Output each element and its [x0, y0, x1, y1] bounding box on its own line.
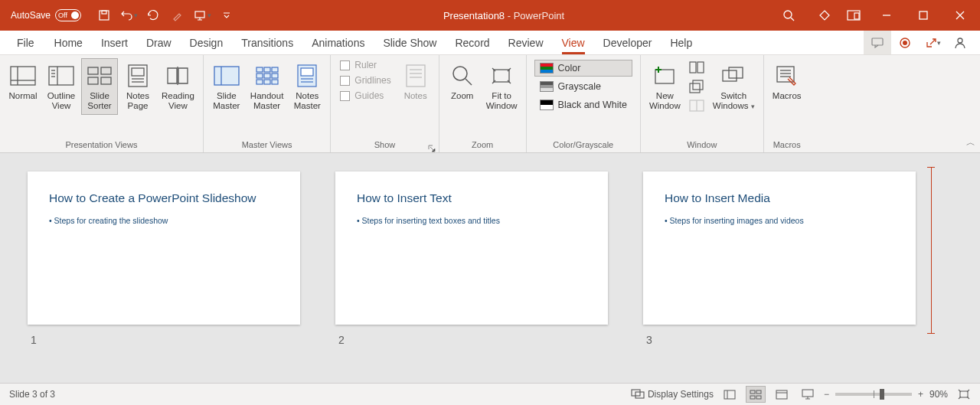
notes-master-button[interactable]: Notes Master	[289, 58, 325, 115]
tab-file[interactable]: File	[6, 31, 45, 54]
account-icon[interactable]	[946, 31, 974, 54]
svg-rect-51	[690, 62, 696, 73]
arrange-all-icon[interactable]	[689, 61, 704, 77]
slide-master-button[interactable]: Slide Master	[208, 58, 245, 115]
handout-master-button[interactable]: Handout Master	[247, 58, 287, 115]
svg-rect-57	[723, 70, 737, 81]
zoom-out-button[interactable]: −	[824, 389, 829, 400]
svg-point-10	[958, 38, 962, 43]
zoom-button[interactable]: Zoom	[444, 58, 481, 105]
record-button[interactable]	[891, 31, 919, 54]
slide-bullet: Steps for creating the slideshow	[49, 216, 279, 225]
slide-bullet: Steps for inserting images and videos	[665, 216, 894, 225]
ruler-label: Ruler	[354, 60, 377, 70]
zoom-slider[interactable]	[835, 393, 912, 396]
slide-thumb-2[interactable]: How to Insert Text Steps for inserting t…	[335, 171, 608, 325]
reading-view-status-icon[interactable]	[772, 386, 792, 403]
fit-to-window-button[interactable]: Fit to Window	[482, 58, 521, 115]
outline-view-button[interactable]: Outline View	[43, 58, 80, 115]
macros-label: Macros	[773, 90, 802, 101]
tab-draw[interactable]: Draw	[137, 31, 181, 54]
ruler-checkbox[interactable]: Ruler	[338, 58, 392, 72]
slideshow-status-icon[interactable]	[798, 386, 818, 403]
svg-point-47	[453, 67, 467, 80]
svg-line-48	[466, 79, 472, 85]
start-from-beginning-icon[interactable]: ▾	[193, 6, 211, 24]
switch-windows-icon	[719, 62, 748, 90]
grayscale-label: Grayscale	[558, 81, 601, 92]
switch-windows-button[interactable]: Switch Windows ▾	[709, 58, 759, 116]
notes-page-label: Notes Page	[126, 90, 149, 111]
slide-thumb-1[interactable]: How to Create a PowerPoint Slideshow Ste…	[28, 171, 300, 325]
zoom-in-button[interactable]: +	[918, 389, 923, 400]
svg-rect-53	[690, 83, 700, 93]
bw-mode-button[interactable]: Black and White	[534, 96, 632, 113]
undo-icon[interactable]: ▾	[119, 6, 138, 24]
macros-icon	[773, 62, 802, 90]
group-macros: Macros Macros	[764, 55, 810, 152]
close-button[interactable]	[943, 4, 977, 27]
display-settings-button[interactable]: Display Settings	[631, 389, 714, 400]
tab-developer[interactable]: Developer	[594, 31, 662, 54]
macros-button[interactable]: Macros	[769, 58, 805, 105]
svg-rect-11	[11, 67, 35, 85]
minimize-button[interactable]	[870, 4, 903, 27]
notes-button: Notes	[397, 58, 434, 105]
tab-view[interactable]: View	[553, 31, 594, 54]
autosave-toggle[interactable]: AutoSave Off	[0, 9, 89, 21]
notes-master-icon	[292, 62, 322, 90]
dialog-launcher-icon[interactable]	[428, 142, 437, 151]
normal-view-status-icon[interactable]	[720, 386, 740, 403]
tab-slideshow[interactable]: Slide Show	[374, 31, 446, 54]
tab-insert[interactable]: Insert	[92, 31, 137, 54]
group-window: New Window Switch Windows ▾ Window	[641, 55, 764, 152]
tab-record[interactable]: Record	[446, 31, 498, 54]
diamond-icon[interactable]	[812, 4, 838, 27]
handout-master-label: Handout Master	[250, 90, 283, 111]
collapse-ribbon-icon[interactable]: ︿	[966, 136, 975, 149]
ribbon-display-icon[interactable]	[841, 4, 867, 27]
svg-rect-74	[960, 391, 968, 397]
zoom-slider-thumb[interactable]	[880, 389, 884, 400]
gridlines-checkbox[interactable]: Gridlines	[338, 73, 392, 87]
grayscale-mode-button[interactable]: Grayscale	[534, 78, 632, 95]
slide-thumb-3[interactable]: How to Insert Media Steps for inserting …	[643, 171, 916, 325]
tab-help[interactable]: Help	[661, 31, 701, 54]
chevron-down-icon[interactable]: ▾	[134, 11, 138, 19]
reading-view-button[interactable]: Reading View	[158, 58, 198, 115]
tab-transitions[interactable]: Transitions	[232, 31, 302, 54]
grayscale-swatch-icon	[540, 81, 554, 92]
new-window-button[interactable]: New Window	[645, 58, 684, 115]
gridlines-label: Gridlines	[354, 75, 390, 86]
zoom-level[interactable]: 90%	[929, 389, 948, 400]
svg-rect-28	[214, 67, 239, 85]
guides-checkbox[interactable]: Guides	[338, 89, 392, 103]
normal-view-button[interactable]: Normal	[5, 58, 41, 105]
customize-qat-icon[interactable]	[217, 6, 236, 24]
redo-icon[interactable]	[144, 6, 162, 24]
chevron-down-icon[interactable]: ▾	[937, 39, 941, 47]
tab-home[interactable]: Home	[45, 31, 92, 54]
search-button[interactable]	[766, 9, 812, 21]
tab-animations[interactable]: Animations	[302, 31, 374, 54]
color-mode-button[interactable]: Color	[534, 60, 632, 77]
svg-rect-21	[88, 77, 98, 84]
new-window-icon	[650, 62, 679, 90]
notes-page-button[interactable]: Notes Page	[119, 58, 156, 115]
slide-sorter-status-icon[interactable]	[746, 386, 766, 403]
save-icon[interactable]	[95, 6, 113, 24]
slide-sorter-area[interactable]: How to Create a PowerPoint Slideshow Ste…	[0, 153, 980, 383]
toggle-track: Off	[55, 9, 81, 21]
svg-rect-43	[407, 65, 425, 87]
tab-review[interactable]: Review	[499, 31, 553, 54]
comments-button[interactable]	[864, 31, 891, 54]
slide-counter[interactable]: Slide 3 of 3	[0, 389, 64, 400]
slide-sorter-button[interactable]: Slide Sorter	[81, 58, 118, 115]
cascade-icon[interactable]	[689, 80, 704, 96]
svg-rect-34	[264, 73, 270, 78]
fit-to-window-status-icon[interactable]	[954, 386, 974, 403]
tab-design[interactable]: Design	[181, 31, 233, 54]
chevron-down-icon[interactable]: ▾	[207, 11, 211, 19]
maximize-button[interactable]	[906, 4, 940, 27]
share-button[interactable]: ▾	[919, 31, 946, 54]
